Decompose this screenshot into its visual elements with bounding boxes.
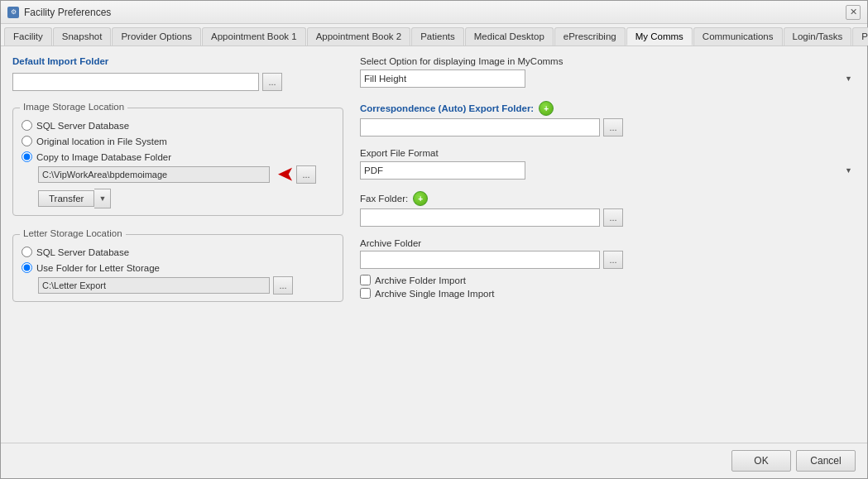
close-button[interactable]: ✕ (846, 5, 861, 20)
select-option-section: Select Option for displaying Image in My… (360, 56, 856, 88)
facility-preferences-window: ⚙ Facility Preferences ✕ Facility Snapsh… (0, 0, 868, 479)
image-option-sql[interactable]: SQL Server Database (22, 120, 334, 131)
letter-storage-radio-group: SQL Server Database Use Folder for Lette… (22, 247, 334, 273)
default-import-folder-row: ... (12, 73, 343, 91)
tab-provider-options[interactable]: Provider Options (112, 27, 201, 46)
fax-green-button[interactable]: + (413, 191, 428, 206)
title-bar-left: ⚙ Facility Preferences (7, 7, 111, 18)
correspondence-label-row: Correspondence (Auto) Export Folder: + (360, 101, 856, 116)
archive-input-row: ... (360, 251, 856, 269)
letter-storage-section: Letter Storage Location SQL Server Datab… (12, 234, 343, 302)
fill-height-dropdown-arrow: ▼ (845, 74, 852, 83)
tab-bar: Facility Snapshot Provider Options Appoi… (1, 24, 867, 46)
archive-folder-import-checkbox-item[interactable]: Archive Folder Import (360, 275, 856, 285)
letter-option-folder-label: Use Folder for Letter Storage (36, 263, 160, 273)
default-import-folder-section: Default Import Folder ... (12, 56, 343, 91)
image-storage-section: Image Storage Location SQL Server Databa… (12, 108, 343, 216)
letter-storage-legend: Letter Storage Location (20, 228, 126, 238)
left-panel: Default Import Folder ... Image Storage … (12, 56, 343, 433)
fax-folder-section: Fax Folder: + ... (360, 191, 856, 227)
default-import-folder-input[interactable] (12, 73, 259, 91)
correspondence-label: Correspondence (Auto) Export Folder: (360, 103, 534, 113)
image-option-original[interactable]: Original location in File System (22, 136, 334, 146)
archive-folder-import-checkbox[interactable] (360, 275, 371, 285)
image-path-browse-button[interactable]: ... (296, 165, 316, 184)
image-option-sql-radio[interactable] (22, 120, 32, 131)
image-storage-legend: Image Storage Location (20, 102, 127, 112)
letter-path-input[interactable] (38, 277, 270, 294)
image-option-copy-radio[interactable] (22, 151, 32, 162)
tab-login-tasks[interactable]: Login/Tasks (784, 27, 852, 46)
transfer-button[interactable]: Transfer (38, 190, 94, 207)
transfer-row: Transfer ▼ (38, 189, 334, 208)
tab-my-comms[interactable]: My Comms (626, 27, 693, 46)
letter-path-browse-button[interactable]: ... (273, 276, 293, 295)
archive-browse-button[interactable]: ... (603, 251, 623, 269)
letter-option-sql-label: SQL Server Database (36, 247, 129, 257)
archive-folder-label: Archive Folder (360, 238, 856, 248)
image-option-original-label: Original location in File System (36, 137, 167, 146)
tab-password-policy[interactable]: Password Policy (852, 27, 868, 46)
transfer-dropdown-button[interactable]: ▼ (94, 189, 111, 208)
correspondence-green-button[interactable]: + (539, 101, 554, 116)
tab-communications[interactable]: Communications (693, 27, 783, 46)
fill-height-dropdown-wrapper: Fill Height Fill Width Fit to Window Act… (360, 69, 856, 88)
tab-facility[interactable]: Facility (4, 27, 52, 46)
letter-option-folder-radio[interactable] (22, 262, 32, 273)
select-option-label: Select Option for displaying Image in My… (360, 56, 856, 66)
export-format-select[interactable]: PDF JPEG PNG TIFF (360, 161, 525, 180)
export-format-dropdown-wrapper: PDF JPEG PNG TIFF ▼ (360, 161, 856, 180)
archive-single-image-label: Archive Single Image Import (375, 289, 494, 299)
correspondence-section: Correspondence (Auto) Export Folder: + .… (360, 101, 856, 137)
export-format-label: Export File Format (360, 148, 856, 158)
image-option-copy[interactable]: Copy to Image Database Folder (22, 151, 334, 162)
main-area: Default Import Folder ... Image Storage … (12, 56, 856, 433)
window-title: Facility Preferences (24, 7, 111, 18)
default-import-browse-button[interactable]: ... (262, 73, 282, 91)
cancel-button[interactable]: Cancel (796, 450, 856, 472)
right-panel: Select Option for displaying Image in My… (360, 56, 856, 433)
bottom-bar: OK Cancel (1, 443, 867, 478)
image-storage-radio-group: SQL Server Database Original location in… (22, 120, 334, 162)
ok-button[interactable]: OK (731, 450, 791, 472)
tab-medical-desktop[interactable]: Medical Desktop (465, 27, 554, 46)
tab-patients[interactable]: Patients (411, 27, 464, 46)
correspondence-input-row: ... (360, 118, 856, 137)
export-format-section: Export File Format PDF JPEG PNG TIFF ▼ (360, 148, 856, 180)
archive-folder-import-label: Archive Folder Import (375, 275, 466, 285)
fax-folder-label: Fax Folder: (360, 194, 408, 204)
fax-path-input[interactable] (360, 208, 600, 227)
red-arrow-indicator: ➤ (278, 164, 293, 185)
letter-option-sql[interactable]: SQL Server Database (22, 247, 334, 257)
image-option-copy-label: Copy to Image Database Folder (36, 152, 171, 162)
image-option-sql-label: SQL Server Database (36, 121, 129, 131)
archive-single-image-checkbox[interactable] (360, 288, 371, 299)
letter-path-row: ... (38, 276, 334, 295)
correspondence-browse-button[interactable]: ... (603, 118, 623, 137)
fax-input-row: ... (360, 208, 856, 227)
tab-appointment-book-2[interactable]: Appointment Book 2 (307, 27, 411, 46)
correspondence-path-input[interactable] (360, 118, 600, 137)
default-import-folder-label: Default Import Folder (12, 56, 343, 66)
export-format-dropdown-arrow: ▼ (845, 166, 852, 175)
archive-single-image-checkbox-item[interactable]: Archive Single Image Import (360, 288, 856, 299)
fax-label-row: Fax Folder: + (360, 191, 856, 206)
tab-eprescribing[interactable]: ePrescribing (554, 27, 626, 46)
image-path-input[interactable] (38, 166, 270, 183)
archive-path-input[interactable] (360, 251, 600, 269)
letter-option-sql-radio[interactable] (22, 247, 32, 257)
tab-appointment-book-1[interactable]: Appointment Book 1 (202, 27, 306, 46)
letter-option-folder[interactable]: Use Folder for Letter Storage (22, 262, 334, 273)
title-bar: ⚙ Facility Preferences ✕ (1, 1, 867, 24)
window-icon: ⚙ (7, 7, 19, 18)
image-path-row: ➤ ... (38, 164, 334, 185)
tab-snapshot[interactable]: Snapshot (53, 27, 112, 46)
fax-browse-button[interactable]: ... (603, 208, 623, 227)
content-area: Default Import Folder ... Image Storage … (1, 46, 867, 443)
image-option-original-radio[interactable] (22, 136, 32, 146)
fill-height-select[interactable]: Fill Height Fill Width Fit to Window Act… (360, 69, 525, 88)
archive-section: Archive Folder ... Archive Folder Import… (360, 238, 856, 299)
